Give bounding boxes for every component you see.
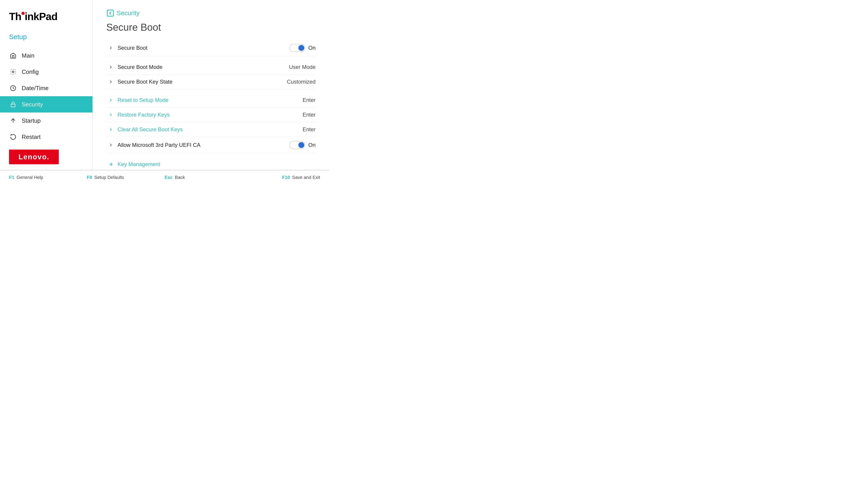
sidebar-item-main[interactable]: Main [0,47,92,64]
svg-rect-3 [107,10,114,16]
key-state-label: Secure Boot Key State [115,78,287,85]
setting-row-secure-boot[interactable]: Secure Boot On [106,40,315,56]
config-icon [9,68,17,76]
sidebar-item-label-main: Main [22,52,34,59]
home-icon [9,52,17,60]
clear-keys-label: Clear All Secure Boot Keys [115,126,288,133]
setting-row-allow-microsoft[interactable]: Allow Microsoft 3rd Party UEFI CA On [106,137,315,153]
toggle-knob [298,45,304,51]
main-layout: ThinkPad Setup Main [0,0,329,170]
sidebar-item-restart[interactable]: Restart [0,129,92,145]
setting-row-reset-setup[interactable]: Reset to Setup Mode Enter [106,93,315,107]
setting-row-secure-boot-mode[interactable]: Secure Boot Mode User Mode [106,60,315,74]
reset-setup-label: Reset to Setup Mode [115,97,288,103]
restore-factory-label: Restore Factory Keys [115,111,288,118]
footer-f9: F9 Setup Defaults [87,175,164,180]
toggle-knob-microsoft [298,142,304,148]
lenovo-logo: Lenovo. [9,150,59,164]
restart-icon [9,133,17,141]
footer-key-f9: F9 [87,175,92,180]
red-dot-icon [22,12,25,15]
footer-key-f10: F10 [282,175,290,180]
footer-desc-esc: Back [175,175,185,180]
footer-desc-f1: General Help [17,175,43,180]
back-nav[interactable]: Security [106,9,315,17]
restore-factory-value: Enter [288,111,315,118]
sidebar-item-label-restart: Restart [22,133,41,140]
sidebar: ThinkPad Setup Main [0,0,93,170]
svg-rect-2 [11,104,15,107]
sidebar-item-label-startup: Startup [22,117,41,124]
chevron-icon-restore-factory [106,112,115,117]
sidebar-item-label-config: Config [22,68,39,75]
secure-boot-mode-value: User Mode [288,64,315,70]
secure-boot-toggle-label: On [308,45,315,51]
chevron-icon-allow-microsoft [106,142,115,148]
sidebar-item-security[interactable]: Security [0,96,92,112]
setting-row-key-state[interactable]: Secure Boot Key State Customized [106,74,315,89]
secure-boot-mode-label: Secure Boot Mode [115,64,288,70]
thinkpad-text: ThinkPad [9,11,57,22]
secure-boot-toggle-container: On [289,44,315,52]
secure-boot-label: Secure Boot [115,45,289,51]
allow-microsoft-toggle[interactable] [289,141,305,149]
footer: F1 General Help F9 Setup Defaults Esc Ba… [0,170,329,184]
setup-label: Setup [0,33,92,47]
setting-row-clear-keys[interactable]: Clear All Secure Boot Keys Enter [106,122,315,137]
secure-boot-toggle[interactable] [289,44,305,52]
reset-setup-value: Enter [288,97,315,103]
thinkpad-logo: ThinkPad [9,11,84,22]
key-state-value: Customized [287,78,315,85]
footer-desc-f9: Setup Defaults [94,175,124,180]
back-arrow-icon [106,9,114,17]
arrow-icon-key-management [106,162,115,167]
sidebar-bottom: Lenovo. [0,145,92,169]
footer-key-esc: Esc [164,175,173,180]
sidebar-item-config[interactable]: Config [0,64,92,80]
sidebar-item-label-datetime: Date/Time [22,85,49,92]
content-area: Security Secure Boot Secure Boot On [93,0,329,170]
footer-f10: F10 Save and Exit [242,175,320,180]
footer-f1: F1 General Help [9,175,87,180]
sidebar-item-startup[interactable]: Startup [0,112,92,129]
back-label: Security [117,9,140,17]
settings-list: Secure Boot On Secure Boot Mode User M [106,40,315,170]
footer-key-f1: F1 [9,175,14,180]
chevron-icon-secure-boot-mode [106,65,115,70]
footer-esc: Esc Back [164,175,242,180]
allow-microsoft-toggle-label: On [308,142,315,148]
chevron-icon-secure-boot [106,45,115,51]
page-title: Secure Boot [106,22,315,33]
chevron-icon-key-state [106,79,115,84]
clear-keys-value: Enter [288,126,315,133]
key-management-label: Key Management [115,161,315,167]
footer-desc-f10: Save and Exit [292,175,320,180]
chevron-icon-clear-keys [106,127,115,132]
allow-microsoft-toggle-container: On [289,141,315,149]
setting-row-key-management[interactable]: Key Management [106,157,315,170]
svg-point-0 [12,71,14,73]
startup-icon [9,117,17,125]
lock-icon [9,100,17,108]
logo-area: ThinkPad [0,9,92,33]
clock-icon [9,84,17,92]
chevron-icon-reset-setup [106,98,115,103]
sidebar-item-datetime[interactable]: Date/Time [0,80,92,96]
allow-microsoft-label: Allow Microsoft 3rd Party UEFI CA [115,142,289,148]
setting-row-restore-factory[interactable]: Restore Factory Keys Enter [106,107,315,122]
nav-items: Main Config [0,47,92,145]
sidebar-item-label-security: Security [22,101,43,108]
